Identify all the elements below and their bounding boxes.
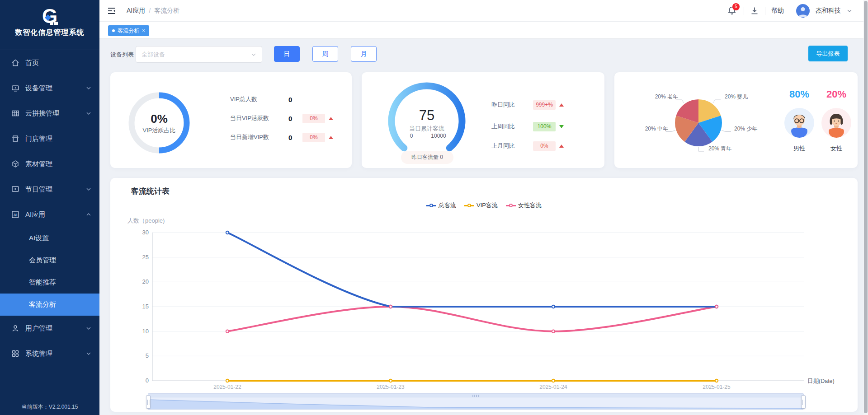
- tab-customer-flow-analysis[interactable]: 客流分析 ×: [108, 25, 149, 36]
- trend-badge: 999+%: [533, 100, 556, 110]
- trend-up-icon: [329, 117, 333, 120]
- vip-ring-label: VIP活跃占比: [125, 126, 193, 135]
- stat-row: 昨日同比999+%: [491, 99, 564, 110]
- material-icon: [11, 159, 20, 168]
- notification-badge: 5: [732, 3, 740, 10]
- tab-close-icon[interactable]: ×: [142, 28, 145, 34]
- tabbar: 客流分析 ×: [99, 22, 863, 39]
- svg-text:25: 25: [142, 254, 149, 261]
- daily-flow-card: 75 当日累计客流 0 10000 昨日客流量 0 昨日同比999+%上周同比1…: [362, 72, 604, 168]
- store-icon: [11, 134, 20, 143]
- slider-right-handle[interactable]: [801, 395, 806, 409]
- device-list-label: 设备列表: [110, 51, 134, 59]
- female-avatar-icon: [821, 108, 851, 138]
- sidebar-subitem-AI设置[interactable]: AI设置: [0, 227, 99, 249]
- download-icon[interactable]: [750, 6, 759, 15]
- trend-down-icon: [559, 125, 564, 128]
- slider-preview: [148, 397, 803, 409]
- range-week-button[interactable]: 周: [312, 46, 338, 62]
- trend-badge: 0%: [533, 141, 556, 151]
- svg-text:日期(Date): 日期(Date): [807, 378, 835, 384]
- scrollbar-thumb[interactable]: [864, 1, 868, 413]
- sidebar-subitem-会员管理[interactable]: 会员管理: [0, 249, 99, 271]
- topbar-actions: 5 帮助 杰和科技: [727, 0, 852, 22]
- male-label: 男性: [780, 145, 818, 153]
- svg-text:2025-01-22: 2025-01-22: [213, 384, 241, 390]
- male-avatar-icon: [784, 108, 814, 138]
- user-avatar[interactable]: [796, 4, 810, 18]
- notification-bell-icon[interactable]: 5: [727, 5, 738, 16]
- sidebar-subitem-客流分析[interactable]: 客流分析: [0, 294, 99, 316]
- svg-text:2025-01-23: 2025-01-23: [377, 384, 405, 390]
- stat-row: 上月同比0%: [491, 140, 564, 151]
- stat-row: 当日新增VIP数00%: [230, 132, 333, 143]
- sidebar-item-云拼接管理[interactable]: 云拼接管理: [0, 101, 99, 126]
- gauge-value: 75: [384, 107, 470, 124]
- chevron-up-icon: [86, 212, 91, 217]
- chevron-down-icon: [86, 326, 91, 331]
- home-icon: [11, 58, 20, 67]
- range-month-button[interactable]: 月: [351, 46, 377, 62]
- svg-text:2025-01-25: 2025-01-25: [703, 384, 731, 390]
- tab-label: 客流分析: [118, 27, 139, 35]
- pie-label-中年: 20% 中年: [645, 125, 668, 133]
- sidebar-item-AI应用[interactable]: AIAI应用: [0, 202, 99, 227]
- page-scrollbar: [863, 0, 868, 415]
- chevron-down-icon: [86, 111, 91, 116]
- device-icon: [11, 84, 20, 93]
- svg-text:0: 0: [146, 377, 149, 384]
- chevron-down-icon: [86, 351, 91, 356]
- export-report-button[interactable]: 导出报表: [808, 46, 848, 61]
- demographics-card: 20% 婴儿20% 少年20% 青年20% 中年20% 老年 80% 20%: [614, 72, 858, 168]
- menu-fold-icon[interactable]: [107, 6, 116, 15]
- datazoom-slider[interactable]: [148, 393, 804, 410]
- range-day-button[interactable]: 日: [274, 46, 300, 62]
- stat-row: 上周同比100%: [491, 121, 564, 132]
- pie-label-老年: 20% 老年: [655, 93, 678, 101]
- sidebar-item-首页[interactable]: 首页: [0, 50, 99, 75]
- pie-label-婴儿: 20% 婴儿: [725, 93, 748, 101]
- pie-label-青年: 20% 青年: [708, 145, 731, 153]
- female-percent: 20%: [817, 89, 855, 100]
- sidebar-item-门店管理[interactable]: 门店管理: [0, 126, 99, 151]
- trend-up-icon: [559, 103, 564, 107]
- stat-row: VIP总人数0: [230, 94, 302, 105]
- sidebar-item-节目管理[interactable]: 节目管理: [0, 177, 99, 202]
- company-name[interactable]: 杰和科技: [816, 7, 841, 15]
- trend-up-icon: [329, 136, 333, 139]
- device-select[interactable]: 全部设备: [136, 46, 262, 63]
- ai-icon: AI: [11, 210, 20, 219]
- breadcrumb: AI应用 / 客流分析: [127, 0, 179, 22]
- sidebar-item-用户管理[interactable]: 用户管理: [0, 316, 99, 341]
- gauge-max: 10000: [425, 133, 452, 139]
- trend-badge: 0%: [302, 114, 325, 123]
- female-label: 女性: [817, 145, 855, 153]
- topbar: AI应用 / 客流分析 5 帮助 杰和科技: [99, 0, 863, 22]
- vip-stats-card: 0% VIP活跃占比 VIP总人数0当日VIP活跃数00%当日新增VIP数00%: [110, 72, 352, 168]
- sidebar-item-素材管理[interactable]: 素材管理: [0, 151, 99, 177]
- slider-grip-icon[interactable]: [472, 395, 480, 397]
- help-link[interactable]: 帮助: [771, 7, 784, 15]
- breadcrumb-parent[interactable]: AI应用: [127, 7, 145, 15]
- sidebar-item-系统管理[interactable]: 系统管理: [0, 341, 99, 366]
- chevron-down-icon[interactable]: [847, 8, 852, 14]
- stat-row: 当日VIP活跃数00%: [230, 113, 333, 124]
- svg-text:30: 30: [142, 229, 149, 236]
- svg-text:5: 5: [146, 352, 149, 359]
- line-chart: 0510152025302025-01-222025-01-232025-01-…: [110, 178, 858, 412]
- app-logo-icon: G: [0, 5, 99, 28]
- pie-label-少年: 20% 少年: [734, 125, 757, 133]
- app-root: G 数智化信息管理系统 首页设备管理云拼接管理门店管理素材管理节目管理AIAI应…: [0, 0, 868, 415]
- slider-left-handle[interactable]: [146, 395, 151, 409]
- male-percent: 80%: [780, 89, 818, 100]
- sidebar-item-设备管理[interactable]: 设备管理: [0, 75, 99, 101]
- splice-icon: [11, 109, 20, 118]
- svg-text:2025-01-24: 2025-01-24: [539, 384, 567, 390]
- vip-ring-percent: 0%: [125, 112, 193, 126]
- chevron-down-icon: [86, 187, 91, 192]
- sidebar-subitem-智能推荐[interactable]: 智能推荐: [0, 271, 99, 294]
- sidebar-menu: 首页设备管理云拼接管理门店管理素材管理节目管理AIAI应用AI设置会员管理智能推…: [0, 50, 99, 366]
- chevron-down-icon: [86, 85, 91, 91]
- trend-badge: 100%: [533, 122, 556, 131]
- tab-active-dot-icon: [112, 29, 115, 32]
